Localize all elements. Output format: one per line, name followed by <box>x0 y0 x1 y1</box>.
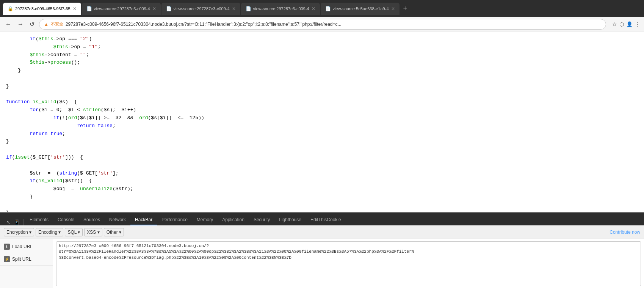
new-tab-button[interactable]: + <box>400 3 411 14</box>
tab-close-4[interactable]: ✕ <box>312 6 315 11</box>
tab-3[interactable]: 📄 view-source:297287e3-c009-4 ✕ <box>161 3 240 15</box>
security-warning-icon: ▲ <box>44 22 49 27</box>
tab-title-3: view-source:297287e3-c009-4 <box>174 6 230 11</box>
encryption-menu[interactable]: Encryption ▾ <box>4 228 34 236</box>
tab-elements[interactable]: Elements <box>25 215 53 225</box>
tab-title-1: 297287e3-c009-4656-96f7-65 <box>15 6 71 11</box>
tab-close-3[interactable]: ✕ <box>232 6 236 11</box>
not-secure-label: 不安全 <box>51 21 63 27</box>
hackbar-sidebar: ⬇ Load URL ⚡ Split URL <box>0 239 53 288</box>
load-url-button[interactable]: ⬇ Load URL <box>0 241 53 253</box>
address-bar: ← → ↺ ▲ 不安全 297287e3-c009-4656-96f7-6512… <box>0 17 644 31</box>
tab-console[interactable]: Console <box>53 215 79 225</box>
split-url-icon: ⚡ <box>4 256 10 262</box>
refresh-button[interactable]: ↺ <box>28 19 36 29</box>
tab-1[interactable]: 🔒 297287e3-c009-4656-96f7-65 ✕ <box>3 3 81 15</box>
address-url-text: 297287e3-c009-4656-96f7-65121c703304.nod… <box>66 22 601 27</box>
tab-lighthouse[interactable]: Lighthouse <box>274 215 306 225</box>
xss-menu[interactable]: XSS ▾ <box>84 228 102 236</box>
tab-favicon-2: 📄 <box>86 6 92 11</box>
menu-icon[interactable]: ⋮ <box>635 21 640 27</box>
split-url-button[interactable]: ⚡ Split URL <box>0 253 53 266</box>
tab-network[interactable]: Network <box>105 215 130 225</box>
forward-button[interactable]: → <box>16 19 25 29</box>
cursor-icon[interactable]: ↖ <box>6 219 11 225</box>
back-button[interactable]: ← <box>4 19 13 29</box>
main-content: if($this->op === "2") $this->op = "1"; $… <box>0 31 644 212</box>
encoding-menu[interactable]: Encoding ▾ <box>36 228 63 236</box>
tab-title-5: view-source:5c5ae638-e1a9-4 <box>333 6 389 11</box>
hackbar-body: ⬇ Load URL ⚡ Split URL <box>0 239 644 288</box>
tab-performance[interactable]: Performance <box>157 215 192 225</box>
tab-sources[interactable]: Sources <box>79 215 105 225</box>
hackbar-url-area <box>53 239 644 288</box>
tab-title-2: view-source:297287e3-c009-4 <box>94 6 150 11</box>
tab-2[interactable]: 📄 view-source:297287e3-c009-4 ✕ <box>82 3 161 15</box>
tab-favicon-3: 📄 <box>166 6 171 11</box>
source-code: if($this->op === "2") $this->op = "1"; $… <box>6 35 638 212</box>
tab-title-4: view-source:297287e3-c009-4 <box>253 6 309 11</box>
tab-4[interactable]: 📄 view-source:297287e3-c009-4 ✕ <box>241 3 320 15</box>
tab-close-2[interactable]: ✕ <box>152 6 156 11</box>
other-menu[interactable]: Other ▾ <box>104 228 124 236</box>
tab-memory[interactable]: Memory <box>192 215 218 225</box>
tab-close-1[interactable]: ✕ <box>73 6 77 11</box>
browser-chrome: 🔒 297287e3-c009-4656-96f7-65 ✕ 📄 view-so… <box>0 0 644 17</box>
avatar-icon[interactable]: 👤 <box>626 21 633 27</box>
contribute-now-button[interactable]: Contribute now <box>610 230 640 235</box>
address-bar-input[interactable]: ▲ 不安全 297287e3-c009-4656-96f7-65121c7033… <box>39 19 606 30</box>
tab-5[interactable]: 📄 view-source:5c5ae638-e1a9-4 ✕ <box>321 3 400 15</box>
bookmarks-icon[interactable]: ☆ <box>612 21 617 27</box>
tab-favicon-1: 🔒 <box>8 6 13 11</box>
mobile-icon[interactable]: 📱 <box>14 219 20 225</box>
hackbar-toolbar: Encryption ▾ Encoding ▾ SQL ▾ XSS ▾ Othe… <box>0 225 644 239</box>
tab-application[interactable]: Application <box>218 215 249 225</box>
tab-editthiscookie[interactable]: EditThisCookie <box>306 215 346 225</box>
tab-close-5[interactable]: ✕ <box>391 6 395 11</box>
tab-security[interactable]: Security <box>249 215 274 225</box>
devtools-icons: ↖ 📱 <box>3 219 24 225</box>
tab-hackbar[interactable]: HackBar <box>130 215 157 225</box>
split-url-label: Split URL <box>12 257 31 262</box>
devtools-panel: ↖ 📱 Elements Console Sources Network Hac… <box>0 212 644 288</box>
devtools-tab-bar: ↖ 📱 Elements Console Sources Network Hac… <box>0 212 644 225</box>
address-bar-icons: ☆ ⬡ 👤 ⋮ <box>612 21 640 27</box>
hackbar-url-input[interactable] <box>56 241 641 286</box>
extensions-icon[interactable]: ⬡ <box>619 21 624 27</box>
tab-favicon-4: 📄 <box>246 6 251 11</box>
tab-favicon-5: 📄 <box>325 6 331 11</box>
sql-menu[interactable]: SQL ▾ <box>65 228 83 236</box>
load-url-label: Load URL <box>12 244 33 249</box>
load-url-icon: ⬇ <box>4 244 10 250</box>
tab-bar: 🔒 297287e3-c009-4656-96f7-65 ✕ 📄 view-so… <box>3 3 641 15</box>
